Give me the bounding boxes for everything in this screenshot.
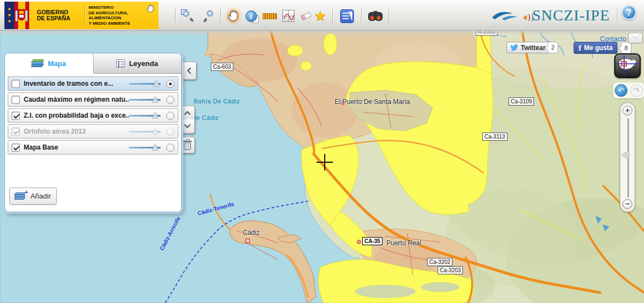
add-layer-button[interactable]: + Añadir — [9, 188, 57, 205]
favorites-tool-button[interactable]: ★ — [312, 7, 329, 25]
profile-graph-icon — [282, 10, 294, 22]
layer-row-ortofoto: Ortofoto aérea 2013 — [8, 124, 178, 139]
chevron-up-icon — [184, 111, 191, 118]
layer-label: Caudal máximo en régimen natu... — [24, 96, 129, 103]
hand-logo-icon — [146, 4, 155, 13]
dam-icon — [340, 9, 354, 23]
toolbar-separator — [332, 9, 333, 23]
layer-checkbox[interactable] — [12, 112, 20, 120]
layer-radio[interactable] — [166, 96, 174, 104]
layer-move-down-button[interactable] — [180, 119, 195, 134]
map-layers-icon — [32, 59, 44, 67]
layer-checkbox — [12, 128, 20, 136]
pan-hand-icon — [227, 9, 240, 23]
overview-map-button[interactable] — [614, 53, 641, 78]
like-button-label: Me gusta — [584, 44, 613, 52]
app-title: SNCZI-IPE — [532, 7, 610, 24]
tweet-button-label: Twittear — [521, 44, 545, 52]
tab-leyenda-label: Leyenda — [129, 59, 158, 68]
opacity-slider[interactable] — [129, 80, 161, 87]
layer-radio[interactable] — [166, 80, 174, 88]
zoom-in-tool-button[interactable] — [179, 7, 197, 25]
like-count-badge: 8 — [621, 42, 631, 54]
layer-row-inventario: Inventario de tramos con e... — [8, 76, 178, 91]
panel-collapse-button[interactable] — [182, 62, 197, 80]
delete-layer-button[interactable] — [180, 137, 195, 153]
opacity-slider-thumb[interactable] — [152, 96, 159, 102]
spain-overview-icon — [615, 54, 640, 77]
tab-mapa[interactable]: Mapa — [5, 53, 94, 74]
facebook-f-icon: f — [578, 43, 581, 53]
el-puerto-city-dot — [341, 101, 345, 105]
binoculars-icon — [368, 11, 383, 21]
toolbar-separator — [361, 9, 362, 23]
layer-radio[interactable] — [166, 144, 174, 152]
cadiz-marker — [245, 239, 250, 243]
tab-leyenda[interactable]: Leyenda — [94, 53, 182, 73]
layer-label: Ortofoto aérea 2013 — [24, 128, 129, 135]
zoom-in-box-icon — [182, 10, 194, 22]
opacity-slider-thumb[interactable] — [152, 144, 159, 150]
spain-coat-of-arms — [15, 7, 28, 24]
toolbar-separator — [389, 9, 389, 23]
layer-checkbox[interactable] — [12, 144, 20, 152]
star-icon: ★ — [314, 9, 326, 23]
redo-button: ↷ — [630, 84, 643, 97]
ministry-banner: GOBIERNO DE ESPAÑA MINISTERIO DE AGRICUL… — [29, 2, 159, 29]
opacity-slider[interactable] — [129, 112, 161, 119]
chevron-down-icon — [184, 122, 191, 129]
opacity-slider-thumb[interactable] — [153, 80, 160, 86]
facebook-like-button[interactable]: f Me gusta — [574, 42, 618, 54]
zoom-out-button[interactable]: − — [623, 199, 632, 209]
layer-label: Mapa Base — [24, 144, 129, 151]
profile-tool-button[interactable] — [280, 7, 297, 25]
government-logo[interactable]: ★★★ GOBIERNO DE ESPAÑA MINISTERIO DE AGR… — [4, 2, 159, 29]
wave-logo-icon — [491, 9, 519, 23]
layer-row-zi-probabilidad: Z.I. con probabilidad baja o exce... — [8, 108, 178, 123]
legend-list-icon — [116, 59, 125, 68]
eu-stars-band: ★★★ — [4, 2, 14, 29]
layer-checkbox[interactable] — [12, 96, 20, 104]
search-tool-button[interactable] — [367, 7, 384, 25]
toolbar-separator — [175, 9, 176, 23]
measure-tool-button[interactable] — [261, 7, 279, 25]
pan-tool-button[interactable] — [225, 7, 242, 25]
layer-row-caudal: Caudal máximo en régimen natu... — [8, 92, 178, 107]
mail-envelope-icon[interactable] — [628, 33, 643, 43]
undo-button[interactable]: ↶ — [615, 84, 627, 97]
snczi-ipe-viewer: Bahía De Cádiz Golfo De Cádiz El Puerto … — [0, 0, 644, 303]
identify-tool-button[interactable]: i — [242, 7, 260, 25]
layer-panel: Mapa Leyenda Inventario de tramos con e.… — [4, 53, 182, 212]
panel-tab-bar: Mapa Leyenda — [5, 53, 181, 74]
eraser-icon — [301, 12, 312, 20]
puerto-real-city-dot — [357, 240, 361, 244]
opacity-slider — [129, 128, 161, 135]
opacity-slider[interactable] — [129, 144, 161, 151]
layer-move-up-button[interactable] — [180, 106, 195, 120]
zoom-slider-thumb[interactable] — [622, 151, 629, 159]
gobierno-de-espana-label: GOBIERNO DE ESPAÑA — [37, 9, 84, 22]
zoom-slider: + − — [620, 102, 635, 212]
info-icon: i — [245, 10, 257, 22]
tweet-button[interactable]: Twittear — [506, 42, 549, 53]
opacity-slider-thumb[interactable] — [152, 112, 159, 118]
title-divider — [617, 8, 618, 23]
history-controls: ↶ ↷ — [613, 82, 644, 98]
opacity-slider-thumb — [152, 128, 159, 134]
layer-label: Inventario de tramos con e... — [24, 80, 129, 87]
help-button[interactable]: ? — [621, 5, 636, 20]
opacity-slider[interactable] — [129, 96, 161, 103]
flag-yellow-stripe — [18, 2, 25, 29]
contact-link[interactable]: Contacto — [600, 35, 626, 43]
toolbar-separator — [220, 9, 221, 23]
zoom-out-tool-button[interactable] — [199, 7, 217, 25]
layer-checkbox[interactable] — [12, 80, 20, 88]
ruler-icon — [263, 13, 277, 19]
layer-radio[interactable] — [166, 112, 174, 120]
zoom-in-button[interactable]: + — [623, 106, 632, 115]
add-layers-icon: + — [15, 192, 27, 200]
twitter-bird-icon — [510, 44, 519, 51]
chevron-left-icon — [187, 67, 194, 74]
trash-icon — [184, 142, 191, 150]
dam-viewer-tool-button[interactable] — [338, 7, 356, 25]
